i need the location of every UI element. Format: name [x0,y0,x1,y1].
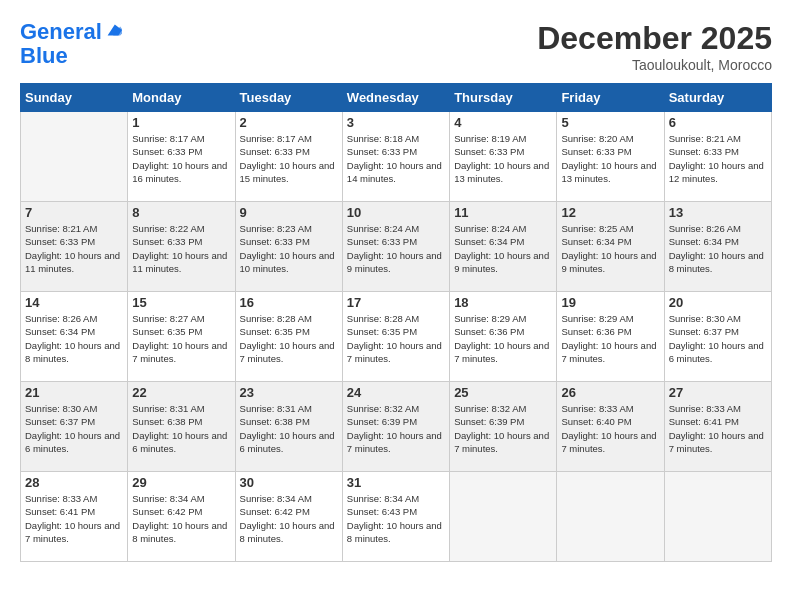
calendar-week-row: 28Sunrise: 8:33 AMSunset: 6:41 PMDayligh… [21,472,772,562]
day-info: Sunrise: 8:33 AMSunset: 6:41 PMDaylight:… [669,402,767,455]
day-number: 26 [561,385,659,400]
day-number: 28 [25,475,123,490]
day-number: 6 [669,115,767,130]
calendar-day-cell: 9Sunrise: 8:23 AMSunset: 6:33 PMDaylight… [235,202,342,292]
calendar-day-cell: 27Sunrise: 8:33 AMSunset: 6:41 PMDayligh… [664,382,771,472]
calendar-table: SundayMondayTuesdayWednesdayThursdayFrid… [20,83,772,562]
logo-text-blue: Blue [20,44,122,68]
day-number: 1 [132,115,230,130]
day-number: 29 [132,475,230,490]
day-info: Sunrise: 8:20 AMSunset: 6:33 PMDaylight:… [561,132,659,185]
day-info: Sunrise: 8:30 AMSunset: 6:37 PMDaylight:… [669,312,767,365]
calendar-day-cell: 16Sunrise: 8:28 AMSunset: 6:35 PMDayligh… [235,292,342,382]
calendar-day-cell [664,472,771,562]
day-number: 24 [347,385,445,400]
day-info: Sunrise: 8:21 AMSunset: 6:33 PMDaylight:… [25,222,123,275]
calendar-day-cell: 24Sunrise: 8:32 AMSunset: 6:39 PMDayligh… [342,382,449,472]
calendar-day-cell: 18Sunrise: 8:29 AMSunset: 6:36 PMDayligh… [450,292,557,382]
weekday-header-tuesday: Tuesday [235,84,342,112]
calendar-day-cell: 10Sunrise: 8:24 AMSunset: 6:33 PMDayligh… [342,202,449,292]
page-header: General Blue December 2025 Taouloukoult,… [20,20,772,73]
weekday-header-saturday: Saturday [664,84,771,112]
day-info: Sunrise: 8:33 AMSunset: 6:41 PMDaylight:… [25,492,123,545]
day-info: Sunrise: 8:34 AMSunset: 6:42 PMDaylight:… [132,492,230,545]
day-number: 31 [347,475,445,490]
day-number: 15 [132,295,230,310]
weekday-header-sunday: Sunday [21,84,128,112]
calendar-day-cell: 4Sunrise: 8:19 AMSunset: 6:33 PMDaylight… [450,112,557,202]
day-number: 23 [240,385,338,400]
calendar-day-cell: 7Sunrise: 8:21 AMSunset: 6:33 PMDaylight… [21,202,128,292]
calendar-day-cell: 28Sunrise: 8:33 AMSunset: 6:41 PMDayligh… [21,472,128,562]
day-number: 18 [454,295,552,310]
day-info: Sunrise: 8:31 AMSunset: 6:38 PMDaylight:… [240,402,338,455]
weekday-header-thursday: Thursday [450,84,557,112]
day-info: Sunrise: 8:22 AMSunset: 6:33 PMDaylight:… [132,222,230,275]
day-info: Sunrise: 8:24 AMSunset: 6:34 PMDaylight:… [454,222,552,275]
day-info: Sunrise: 8:17 AMSunset: 6:33 PMDaylight:… [132,132,230,185]
calendar-day-cell: 12Sunrise: 8:25 AMSunset: 6:34 PMDayligh… [557,202,664,292]
day-number: 14 [25,295,123,310]
logo-icon [104,21,122,39]
calendar-day-cell: 1Sunrise: 8:17 AMSunset: 6:33 PMDaylight… [128,112,235,202]
calendar-day-cell: 13Sunrise: 8:26 AMSunset: 6:34 PMDayligh… [664,202,771,292]
day-info: Sunrise: 8:26 AMSunset: 6:34 PMDaylight:… [669,222,767,275]
calendar-day-cell [450,472,557,562]
day-number: 13 [669,205,767,220]
calendar-day-cell: 6Sunrise: 8:21 AMSunset: 6:33 PMDaylight… [664,112,771,202]
calendar-day-cell: 17Sunrise: 8:28 AMSunset: 6:35 PMDayligh… [342,292,449,382]
day-number: 17 [347,295,445,310]
day-number: 4 [454,115,552,130]
day-info: Sunrise: 8:27 AMSunset: 6:35 PMDaylight:… [132,312,230,365]
day-number: 2 [240,115,338,130]
calendar-day-cell: 15Sunrise: 8:27 AMSunset: 6:35 PMDayligh… [128,292,235,382]
day-number: 27 [669,385,767,400]
logo-text-general: General [20,19,102,44]
logo: General Blue [20,20,122,68]
day-info: Sunrise: 8:34 AMSunset: 6:43 PMDaylight:… [347,492,445,545]
day-number: 3 [347,115,445,130]
month-title: December 2025 [537,20,772,57]
day-number: 12 [561,205,659,220]
day-number: 21 [25,385,123,400]
day-info: Sunrise: 8:21 AMSunset: 6:33 PMDaylight:… [669,132,767,185]
day-number: 30 [240,475,338,490]
day-number: 25 [454,385,552,400]
day-info: Sunrise: 8:32 AMSunset: 6:39 PMDaylight:… [347,402,445,455]
location: Taouloukoult, Morocco [537,57,772,73]
day-number: 16 [240,295,338,310]
day-info: Sunrise: 8:30 AMSunset: 6:37 PMDaylight:… [25,402,123,455]
calendar-day-cell [557,472,664,562]
day-number: 7 [25,205,123,220]
weekday-header-wednesday: Wednesday [342,84,449,112]
day-number: 5 [561,115,659,130]
day-info: Sunrise: 8:29 AMSunset: 6:36 PMDaylight:… [561,312,659,365]
day-info: Sunrise: 8:19 AMSunset: 6:33 PMDaylight:… [454,132,552,185]
day-info: Sunrise: 8:25 AMSunset: 6:34 PMDaylight:… [561,222,659,275]
calendar-week-row: 1Sunrise: 8:17 AMSunset: 6:33 PMDaylight… [21,112,772,202]
title-block: December 2025 Taouloukoult, Morocco [537,20,772,73]
calendar-day-cell: 5Sunrise: 8:20 AMSunset: 6:33 PMDaylight… [557,112,664,202]
day-info: Sunrise: 8:32 AMSunset: 6:39 PMDaylight:… [454,402,552,455]
day-number: 22 [132,385,230,400]
calendar-week-row: 21Sunrise: 8:30 AMSunset: 6:37 PMDayligh… [21,382,772,472]
calendar-day-cell: 29Sunrise: 8:34 AMSunset: 6:42 PMDayligh… [128,472,235,562]
day-number: 11 [454,205,552,220]
calendar-day-cell: 2Sunrise: 8:17 AMSunset: 6:33 PMDaylight… [235,112,342,202]
calendar-day-cell [21,112,128,202]
calendar-day-cell: 11Sunrise: 8:24 AMSunset: 6:34 PMDayligh… [450,202,557,292]
calendar-day-cell: 22Sunrise: 8:31 AMSunset: 6:38 PMDayligh… [128,382,235,472]
weekday-header-friday: Friday [557,84,664,112]
calendar-day-cell: 25Sunrise: 8:32 AMSunset: 6:39 PMDayligh… [450,382,557,472]
day-number: 10 [347,205,445,220]
day-number: 9 [240,205,338,220]
day-info: Sunrise: 8:33 AMSunset: 6:40 PMDaylight:… [561,402,659,455]
day-info: Sunrise: 8:29 AMSunset: 6:36 PMDaylight:… [454,312,552,365]
day-info: Sunrise: 8:31 AMSunset: 6:38 PMDaylight:… [132,402,230,455]
calendar-day-cell: 20Sunrise: 8:30 AMSunset: 6:37 PMDayligh… [664,292,771,382]
day-info: Sunrise: 8:24 AMSunset: 6:33 PMDaylight:… [347,222,445,275]
calendar-week-row: 14Sunrise: 8:26 AMSunset: 6:34 PMDayligh… [21,292,772,382]
day-info: Sunrise: 8:34 AMSunset: 6:42 PMDaylight:… [240,492,338,545]
calendar-week-row: 7Sunrise: 8:21 AMSunset: 6:33 PMDaylight… [21,202,772,292]
day-info: Sunrise: 8:18 AMSunset: 6:33 PMDaylight:… [347,132,445,185]
